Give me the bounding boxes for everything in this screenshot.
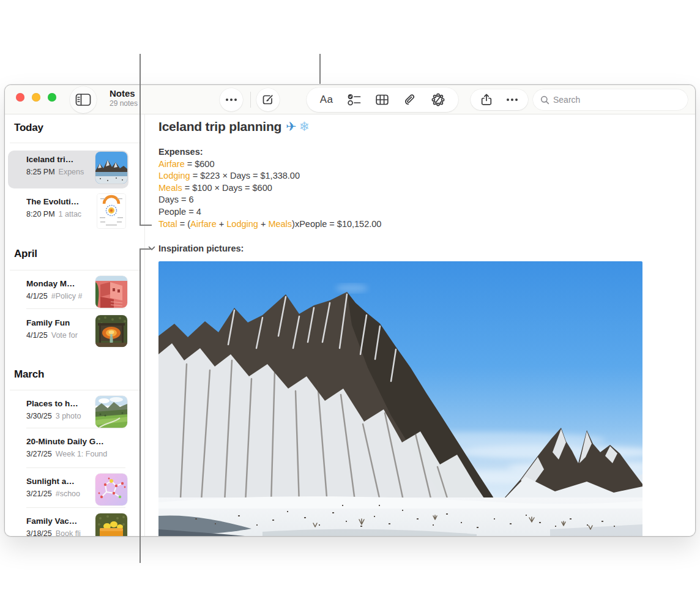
note-body: Expenses:Airfare = $600Lodging = $223 × … (158, 146, 381, 230)
note-title: Iceland trip planning✈❄ (158, 119, 310, 134)
snowflake-emoji: ❄ (299, 119, 310, 133)
note-editor[interactable]: Iceland trip planning✈❄ Expenses:Airfare… (146, 114, 695, 537)
note-item-snippet: 3 photo (56, 412, 81, 420)
search-placeholder: Search (553, 95, 580, 105)
section-divider (10, 143, 141, 143)
note-line: People = 4 (158, 206, 381, 218)
sidebar-toggle-icon (75, 93, 91, 106)
scribble-button[interactable] (428, 89, 449, 110)
note-item-date: 4/1/25 (26, 292, 48, 300)
inspiration-photo-mountain[interactable] (158, 261, 642, 537)
iceland-mountain-thumbnail (95, 152, 127, 184)
search-icon (540, 95, 549, 105)
red-building-thumbnail (95, 276, 127, 308)
note-item-title: Family Vac… (26, 516, 95, 526)
attachment-button[interactable] (400, 89, 421, 110)
note-item-date: 3/27/25 (26, 450, 52, 458)
note-list-item[interactable]: Family Fun4/1/25Vote for (8, 314, 128, 352)
section-header-march: March (14, 368, 44, 381)
note-line: Airfare = $600 (158, 158, 381, 171)
notes-window: Notes 29 notes Aa (4, 84, 696, 537)
note-item-meta: 4/1/25#Policy # (26, 292, 95, 300)
table-button[interactable] (372, 89, 393, 110)
section-divider (10, 270, 141, 270)
checklist-button[interactable] (344, 89, 365, 110)
note-item-meta: 3/18/25Book fli (26, 529, 95, 537)
note-item-title: Places to h… (26, 399, 95, 408)
note-item-snippet: Week 1: Found (56, 450, 108, 458)
note-item-snippet: Expens (59, 168, 84, 176)
note-item-meta: 3/27/25Week 1: Found (26, 450, 127, 458)
note-item-date: 4/1/25 (26, 331, 48, 340)
note-list-item[interactable]: 20-Minute Daily G…3/27/25Week 1: Found (8, 433, 128, 471)
note-item-date: 3/18/25 (26, 529, 52, 537)
compose-icon (262, 94, 274, 106)
note-line: Days = 6 (158, 194, 381, 206)
math-token: Airfare (190, 219, 217, 229)
zoom-button[interactable] (48, 93, 56, 102)
titlebar: Notes 29 notes Aa (5, 85, 695, 114)
note-item-date: 3/30/25 (26, 412, 52, 420)
math-token: Total (158, 219, 177, 229)
scribble-icon (431, 93, 445, 106)
format-icon: Aa (320, 94, 333, 106)
format-text-button[interactable]: Aa (316, 89, 337, 110)
note-item-snippet: 1 attac (59, 210, 82, 218)
more-icon (507, 99, 518, 101)
note-item-date: 8:25 PM (26, 168, 55, 176)
note-more-button[interactable] (503, 89, 521, 110)
inspiration-section-row: Inspiration pictures: (147, 242, 244, 255)
note-item-title: Sunlight a… (26, 477, 95, 486)
new-note-button[interactable] (256, 88, 280, 111)
note-line: Meals = $100 × Days = $600 (158, 182, 381, 195)
section-divider (10, 390, 141, 390)
note-item-snippet: #Policy # (51, 292, 83, 300)
note-list-item[interactable]: Places to h…3/30/253 photo (8, 395, 128, 433)
inspiration-section-header: Inspiration pictures: (158, 244, 244, 253)
note-count: 29 notes (110, 99, 138, 108)
close-button[interactable] (16, 93, 24, 102)
more-icon (226, 99, 237, 101)
note-item-snippet: #schoo (56, 490, 80, 498)
note-list-item[interactable]: Sunlight a…3/21/25#schoo (8, 472, 128, 510)
diagram-page-thumbnail (97, 194, 125, 228)
note-line: Lodging = $223 × Days = $1,338.00 (158, 170, 381, 182)
math-token: Lodging (226, 219, 258, 229)
screenshot-stage: Notes 29 notes Aa (0, 0, 700, 596)
share-button[interactable] (477, 89, 496, 110)
callout-line-section-vertical (140, 248, 141, 563)
sidebar-more-button[interactable] (220, 88, 243, 111)
format-toolbar-group: Aa (307, 88, 458, 112)
green-landscape-thumbnail (95, 396, 127, 428)
table-icon (376, 94, 389, 105)
share-icon (481, 94, 492, 106)
note-item-meta: 3/21/25#schoo (26, 490, 95, 498)
note-item-title: 20-Minute Daily G… (26, 437, 127, 446)
minimize-button[interactable] (32, 93, 40, 102)
callout-line-section-arm (140, 248, 152, 250)
search-input[interactable]: Search (533, 89, 688, 110)
note-list-item[interactable]: Iceland tri…8:25 PMExpens (8, 151, 128, 188)
note-item-date: 3/21/25 (26, 490, 52, 498)
note-item-snippet: Book fli (56, 529, 81, 537)
section-header-today: Today (14, 122, 43, 134)
math-token: Meals (268, 219, 292, 229)
section-header-april: April (14, 248, 37, 260)
math-token: Airfare (158, 159, 185, 169)
note-item-title: Family Fun (26, 318, 95, 327)
family-fire-thumbnail (95, 315, 127, 347)
note-list-item[interactable]: The Evoluti…8:20 PM1 attac (8, 193, 128, 231)
note-line: Expenses: (158, 146, 381, 158)
airplane-emoji: ✈ (286, 119, 296, 133)
note-item-meta: 3/30/253 photo (26, 412, 95, 420)
note-item-meta: 8:20 PM1 attac (26, 210, 95, 218)
share-toolbar-group (471, 89, 528, 110)
note-list-item[interactable]: Monday M…4/1/25#Policy # (8, 275, 128, 313)
notes-list-sidebar: TodayIceland tri…8:25 PMExpensThe Evolut… (5, 114, 145, 537)
attachment-icon (404, 94, 417, 106)
math-token: Meals (158, 183, 182, 193)
note-list-item[interactable]: Family Vac…3/18/25Book fli (8, 512, 128, 537)
toolbar-divider (250, 92, 251, 108)
sidebar-toggle-button[interactable] (70, 86, 97, 113)
callout-line-total-vertical (140, 54, 141, 226)
